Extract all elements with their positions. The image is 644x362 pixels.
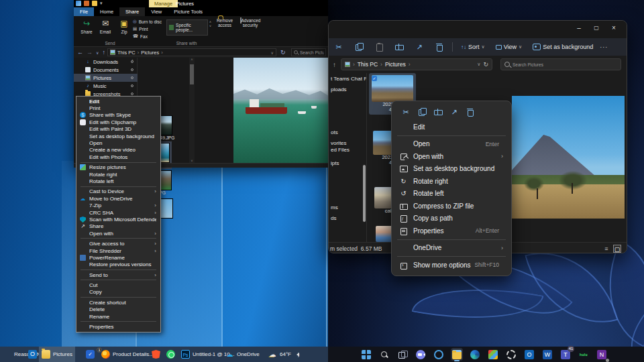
menu-item[interactable]: Copy bbox=[76, 289, 160, 296]
chevron-down-icon[interactable]: ∨ bbox=[96, 50, 99, 55]
rename-icon[interactable] bbox=[394, 42, 404, 52]
maximize-button[interactable]: ▢ bbox=[588, 21, 605, 36]
taskbar-app-button[interactable] bbox=[451, 348, 463, 361]
ribbon-tab[interactable]: Share bbox=[119, 7, 145, 16]
menu-item[interactable] bbox=[394, 254, 508, 259]
scrollbar-thumb[interactable] bbox=[363, 165, 366, 222]
copy-icon[interactable] bbox=[354, 42, 364, 52]
menu-item[interactable]: Properties bbox=[76, 323, 160, 330]
scroll-up-icon[interactable]: ˄ bbox=[189, 58, 195, 62]
manage-contextual-tab[interactable]: Manage bbox=[149, 0, 178, 7]
menu-item[interactable] bbox=[394, 237, 508, 242]
menu-item[interactable]: Rotate right bbox=[76, 171, 160, 178]
menu-item[interactable]: Share with Skype bbox=[76, 112, 160, 119]
quick-access-item-icon[interactable] bbox=[84, 1, 89, 6]
menu-item[interactable]: Edit with Clipchamp bbox=[76, 119, 160, 125]
thumbnail-view-toggle[interactable]: ▢ bbox=[613, 245, 621, 253]
more-options-icon[interactable]: ··· bbox=[600, 44, 608, 50]
taskbar-app-button[interactable]: W bbox=[541, 348, 553, 361]
menu-item[interactable]: Edit bbox=[394, 121, 508, 133]
search-input[interactable] bbox=[513, 62, 617, 67]
ribbon-tab[interactable]: Home bbox=[94, 7, 119, 16]
menu-item[interactable]: Resize pictures bbox=[76, 164, 160, 171]
remove-access-button[interactable]: Remove access bbox=[215, 18, 235, 40]
menu-item[interactable]: Rotate right bbox=[394, 175, 508, 188]
taskbar-app-button[interactable] bbox=[433, 348, 445, 361]
menu-item[interactable]: Delete bbox=[76, 306, 160, 313]
search-box[interactable] bbox=[500, 58, 621, 70]
menu-item[interactable]: Compress to ZIP file bbox=[394, 200, 508, 213]
menu-item[interactable]: Print bbox=[76, 105, 160, 111]
minimize-button[interactable]: – bbox=[570, 21, 588, 36]
sidebar-item[interactable]: Documents bbox=[74, 66, 138, 74]
menu-item[interactable]: Set as desktop background bbox=[394, 163, 508, 176]
menu-item[interactable]: Set as desktop background bbox=[76, 133, 160, 139]
breadcrumb[interactable]: This PC › Pictures › ∨ bbox=[107, 48, 276, 56]
taskbar-app-button[interactable]: N bbox=[596, 348, 608, 361]
scrollbar-thumb[interactable] bbox=[190, 64, 194, 84]
zip-button[interactable]: ▣ Zip bbox=[115, 18, 133, 40]
taskbar-app-button[interactable] bbox=[505, 348, 517, 361]
menu-item[interactable]: Give access to › bbox=[76, 240, 160, 247]
menu-item[interactable]: OneDrive › bbox=[394, 242, 508, 255]
menu-item[interactable]: Create shortcut bbox=[76, 299, 160, 306]
menu-item[interactable]: Rotate left bbox=[76, 178, 160, 184]
share-icon[interactable]: ↗ bbox=[415, 42, 424, 52]
taskbar-app-button[interactable]: OneDrive bbox=[223, 347, 262, 362]
sidebar-item[interactable]: Pictures bbox=[74, 74, 138, 82]
sidebar-item[interactable]: ds bbox=[331, 215, 336, 221]
burn-to-disc-button[interactable]: ◎Burn to disc bbox=[133, 19, 162, 24]
up-icon[interactable]: ↑ bbox=[102, 49, 105, 56]
menu-item[interactable] bbox=[394, 133, 508, 138]
folder-icon[interactable] bbox=[92, 1, 97, 6]
sidebar-item[interactable]: ed Files bbox=[331, 147, 350, 153]
sidebar-item[interactable]: ms bbox=[331, 204, 338, 210]
set-as-background-button[interactable]: Set as background bbox=[533, 44, 593, 50]
menu-item[interactable]: Cut bbox=[76, 282, 160, 288]
sidebar-item[interactable]: t Teams Chat Fil bbox=[331, 76, 367, 82]
cut-icon[interactable]: ✂ bbox=[401, 107, 411, 117]
scrollbar[interactable]: ˄ ˅ bbox=[189, 58, 195, 163]
menu-item[interactable]: Open with › bbox=[394, 150, 508, 163]
scroll-up-icon[interactable]: ˄ bbox=[131, 58, 133, 62]
menu-item[interactable]: Scan with Microsoft Defender... bbox=[76, 216, 160, 223]
menu-item[interactable]: Edit bbox=[76, 98, 160, 105]
taskbar-app-button[interactable] bbox=[378, 348, 390, 361]
taskbar-app-button[interactable]: T 41 bbox=[559, 348, 572, 361]
menu-item[interactable]: Edit with Photos bbox=[76, 154, 160, 160]
menu-item[interactable]: Share bbox=[76, 223, 160, 230]
share-icon[interactable]: ↗ bbox=[449, 107, 459, 117]
chevron-down-icon[interactable]: ∨ bbox=[477, 62, 480, 67]
menu-item[interactable]: Copy as path bbox=[394, 213, 508, 225]
sidebar-item[interactable]: vorites bbox=[331, 140, 347, 146]
checkbox[interactable]: ✓ bbox=[372, 76, 377, 81]
menu-item[interactable]: Properties Alt+Enter bbox=[394, 225, 508, 237]
menu-item[interactable]: Restore previous versions bbox=[76, 261, 160, 268]
sidebar-item[interactable]: ploads bbox=[331, 86, 347, 93]
email-button[interactable]: ✉ Email bbox=[97, 18, 114, 40]
menu-item[interactable]: Create a new video bbox=[76, 147, 160, 154]
taskbar-app-button[interactable]: hulu bbox=[578, 348, 590, 361]
breadcrumb-this-pc[interactable]: This PC bbox=[358, 61, 378, 68]
menu-item[interactable]: Open bbox=[76, 139, 160, 146]
menu-item[interactable]: Rename bbox=[76, 313, 160, 320]
menu-item[interactable]: Cast to Device › bbox=[76, 188, 160, 195]
chevron-down-icon[interactable]: ▾ bbox=[100, 1, 103, 6]
taskbar-app-button[interactable]: O bbox=[523, 348, 535, 361]
ribbon-tab[interactable]: Picture Tools bbox=[168, 7, 209, 16]
refresh-icon[interactable]: ↻ bbox=[483, 61, 488, 68]
menu-item[interactable]: CRC SHA › bbox=[76, 209, 160, 216]
menu-item[interactable]: PowerRename bbox=[76, 254, 160, 261]
taskbar-app-button[interactable] bbox=[290, 347, 307, 362]
taskbar-app-button[interactable]: 1 bbox=[83, 347, 100, 362]
sort-dropdown[interactable]: ↑↓ Sort ∨ bbox=[461, 44, 485, 50]
sidebar-item[interactable]: ots bbox=[331, 129, 338, 135]
breadcrumb[interactable]: › This PC › Pictures › ∨ ↻ bbox=[341, 58, 492, 70]
menu-item[interactable]: Show more options Shift+F10 bbox=[394, 259, 508, 272]
close-button[interactable]: × bbox=[605, 21, 623, 36]
sidebar-item[interactable]: ipts bbox=[331, 160, 339, 166]
menu-item[interactable]: Move to OneDrive bbox=[76, 195, 160, 202]
taskbar-app-button[interactable] bbox=[487, 348, 499, 361]
search-box[interactable] bbox=[291, 48, 326, 56]
search-input[interactable] bbox=[300, 50, 324, 55]
